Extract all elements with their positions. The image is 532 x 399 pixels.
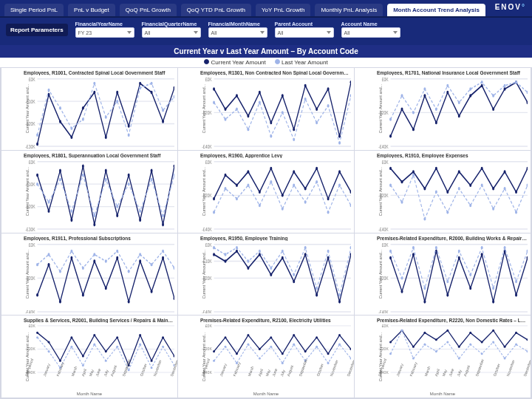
svg-text:-£20K: -£20K	[378, 347, 389, 351]
svg-point-253	[259, 249, 261, 252]
svg-point-320	[116, 346, 118, 348]
svg-point-346	[225, 346, 227, 348]
line-chart-svg: £0K-£20K-£40K	[377, 160, 528, 231]
tab-mat[interactable]: Month Account Trend Analysis	[387, 4, 485, 16]
chart-plot-area[interactable]: £0K-£20K-£40K	[24, 242, 174, 314]
svg-point-87	[412, 111, 415, 114]
svg-point-65	[350, 94, 351, 97]
svg-point-313	[36, 336, 38, 338]
tab-yoy[interactable]: YoY PnL Growth	[256, 4, 310, 16]
svg-point-27	[105, 115, 107, 118]
tab-pvb[interactable]: PnL v Budget	[68, 4, 115, 16]
svg-point-316	[70, 346, 72, 348]
svg-point-162	[338, 183, 341, 186]
svg-point-60	[293, 138, 295, 141]
svg-point-160	[316, 180, 318, 183]
chart-plot-area[interactable]: £0K-£20K-£40K	[377, 160, 528, 231]
chart-plot-area[interactable]: £0K-£10K-£20K-£30K	[24, 77, 174, 149]
svg-point-293	[527, 249, 528, 252]
svg-point-319	[105, 359, 107, 361]
svg-point-146	[304, 187, 307, 190]
svg-point-117	[162, 222, 164, 225]
svg-point-370	[458, 346, 460, 348]
svg-point-204	[59, 300, 61, 303]
chart-plot-area[interactable]: £0K-£20K-£40K	[200, 77, 351, 149]
svg-point-374	[504, 346, 506, 348]
filter-select-account-name[interactable]: All	[341, 27, 400, 38]
x-axis-label: Month Name	[355, 392, 531, 398]
svg-text:-£20K: -£20K	[25, 347, 35, 351]
svg-point-82	[504, 87, 506, 90]
filter-select-financialquartername[interactable]: All	[142, 27, 201, 38]
svg-point-126	[116, 205, 118, 208]
svg-point-385	[481, 352, 483, 355]
svg-point-333	[225, 336, 227, 338]
chart-title: Employees, R1701, National Insurance Loc…	[355, 68, 531, 75]
chart-plot-area[interactable]: £0K-£10K-£20K-£40K	[200, 242, 351, 314]
svg-point-42	[236, 94, 238, 97]
svg-point-159	[304, 200, 307, 203]
svg-point-254	[270, 266, 272, 269]
filter-label: Account Name	[341, 21, 400, 27]
legend-label-last-year: Last Year Amount	[282, 59, 328, 66]
app-root: Single Period PnLPnL v BudgetQoQ PnL Gro…	[0, 0, 532, 399]
svg-point-309	[139, 334, 141, 336]
chart-plot-area[interactable]: £0K-£20K-£40K	[377, 77, 528, 149]
svg-point-255	[282, 249, 284, 252]
svg-text:-£40K: -£40K	[378, 143, 389, 149]
tab-qytd[interactable]: QoQ YTD PnL Growth	[181, 4, 251, 16]
svg-point-33	[174, 95, 174, 98]
svg-point-144	[282, 194, 284, 197]
filter-select-financialmonthname[interactable]: All	[208, 27, 267, 38]
tab-spl[interactable]: Single Period PnL	[4, 4, 64, 16]
svg-point-109	[70, 218, 72, 221]
svg-point-21	[36, 134, 38, 137]
svg-point-269	[401, 290, 403, 293]
chart-plot-area[interactable]: £0K-£20K-£40K	[377, 242, 528, 314]
line-chart-svg: £0K-£10K-£20K-£30K	[24, 160, 174, 231]
chart-title: Supplies & Services, R2001, Building Ser…	[1, 316, 177, 323]
svg-point-243	[293, 279, 295, 282]
svg-point-369	[446, 329, 449, 331]
svg-point-303	[70, 336, 72, 338]
tab-qoq[interactable]: QoQ PnL Growth	[120, 4, 177, 16]
svg-point-311	[162, 336, 164, 338]
svg-point-366	[412, 346, 415, 348]
svg-point-79	[469, 94, 471, 97]
svg-text:-£40K: -£40K	[202, 225, 212, 231]
svg-point-261	[350, 246, 351, 249]
chart-title: Employees, R1801, Superannuation Local G…	[1, 151, 177, 158]
svg-point-80	[481, 84, 483, 87]
svg-point-55	[236, 108, 238, 111]
svg-point-192	[492, 207, 494, 210]
line-chart-svg: £0K-£20K-£40K	[377, 242, 528, 314]
svg-point-85	[389, 117, 392, 120]
svg-point-211	[139, 259, 141, 262]
filter-value: All	[278, 30, 284, 35]
svg-point-28	[116, 100, 118, 103]
filter-select-financialyearname[interactable]: FY 23	[75, 27, 134, 38]
svg-point-220	[93, 253, 95, 256]
svg-text:£0K: £0K	[382, 242, 389, 248]
svg-point-46	[282, 94, 284, 97]
filter-value: FY 23	[78, 30, 92, 35]
chart-title: Premises-Related Expenditure, R2100, Ele…	[178, 316, 354, 323]
svg-text:-£40K: -£40K	[378, 225, 389, 231]
filter-parent-account: Parent AccountAll	[275, 21, 334, 38]
svg-point-72	[389, 134, 392, 137]
svg-text:-£40K: -£40K	[202, 308, 212, 313]
chart-plot-area[interactable]: £0K-£10K-£20K-£30K	[24, 160, 174, 231]
chart-plot-area[interactable]: £0K-£20K-£40K	[200, 160, 351, 231]
svg-point-283	[412, 246, 415, 249]
svg-point-91	[458, 101, 460, 104]
svg-point-130	[162, 214, 164, 216]
tab-mpa[interactable]: Monthly PnL Analysis	[315, 4, 383, 16]
svg-point-43	[247, 115, 249, 117]
svg-point-273	[446, 293, 449, 296]
svg-point-368	[435, 338, 437, 341]
svg-point-172	[412, 170, 415, 173]
filter-select-parent-account[interactable]: All	[275, 27, 334, 38]
svg-point-59	[282, 111, 284, 114]
svg-point-89	[435, 108, 437, 111]
svg-point-372	[481, 341, 483, 343]
